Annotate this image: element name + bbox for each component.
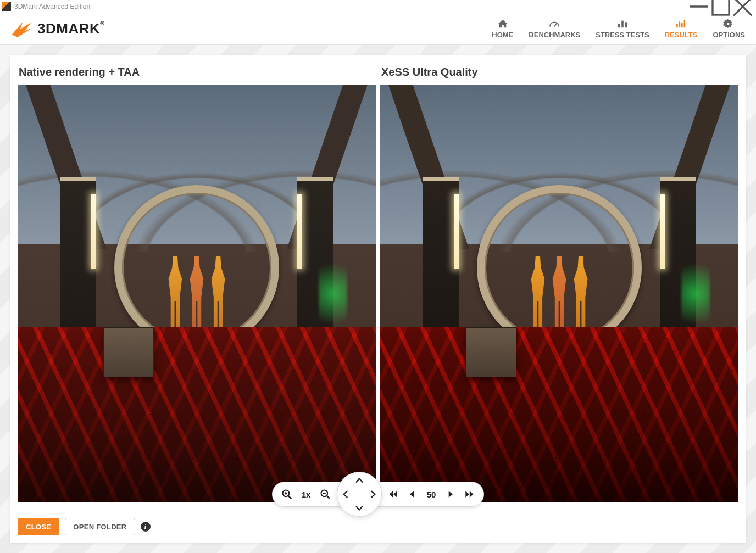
pane-left-image[interactable]	[18, 85, 376, 502]
svg-rect-6	[621, 21, 624, 28]
nav-label: BENCHMARKS	[529, 31, 580, 39]
content-area: Native rendering + TAA	[0, 45, 756, 553]
close-button[interactable]: CLOSE	[18, 518, 59, 535]
app-logo[interactable]: 3DMARK®	[11, 20, 104, 38]
nav-options[interactable]: OPTIONS	[713, 19, 745, 39]
frame-last-button[interactable]	[464, 489, 475, 500]
svg-marker-23	[465, 491, 469, 498]
app-header: 3DMARK® HOME BENCHMARKS STRESS TESTS RES…	[0, 13, 756, 45]
svg-rect-8	[676, 24, 678, 27]
open-folder-button-label: OPEN FOLDER	[73, 523, 126, 531]
nav-benchmarks[interactable]: BENCHMARKS	[529, 19, 580, 39]
frame-prev-button[interactable]	[407, 489, 418, 500]
gauge-icon	[548, 19, 560, 29]
window-titlebar: 3DMark Advanced Edition	[0, 0, 756, 13]
window-controls	[688, 0, 754, 13]
svg-marker-21	[410, 491, 414, 498]
frame-next-button[interactable]	[445, 489, 456, 500]
results-icon	[675, 19, 687, 29]
zoom-out-button[interactable]	[320, 489, 331, 500]
svg-rect-7	[625, 22, 627, 27]
rendered-scene	[18, 85, 376, 502]
svg-rect-9	[679, 21, 680, 27]
close-window-button[interactable]	[732, 0, 754, 13]
open-folder-button[interactable]: OPEN FOLDER	[65, 518, 135, 535]
home-icon	[497, 19, 509, 29]
gear-icon	[723, 19, 735, 29]
nav-results[interactable]: RESULTS	[665, 19, 698, 39]
svg-marker-24	[470, 491, 474, 498]
nav-label: STRESS TESTS	[596, 31, 649, 39]
pane-right-label: XeSS Ultra Quality	[380, 63, 738, 85]
svg-marker-19	[390, 491, 393, 498]
svg-rect-11	[683, 20, 685, 28]
maximize-button[interactable]	[710, 0, 732, 13]
frame-index-label: 50	[425, 490, 437, 499]
frame-controls: 50	[368, 482, 484, 507]
compare-pane-left: Native rendering + TAA	[18, 63, 376, 502]
rendered-scene	[380, 85, 738, 502]
svg-marker-22	[449, 491, 453, 498]
bars-icon	[616, 19, 629, 29]
info-icon[interactable]: i	[141, 522, 151, 532]
app-icon	[2, 2, 11, 11]
svg-line-13	[288, 496, 291, 499]
comparison-card: Native rendering + TAA	[10, 55, 746, 543]
compare-pane-right: XeSS Ultra Quality	[380, 63, 738, 502]
nav-label: HOME	[492, 31, 513, 39]
nav-home[interactable]: HOME	[492, 19, 513, 39]
frame-first-button[interactable]	[388, 489, 399, 500]
pan-dpad	[337, 472, 382, 517]
window-title: 3DMark Advanced Edition	[14, 3, 90, 10]
zoom-level-label: 1x	[300, 490, 312, 499]
pan-up-button[interactable]	[353, 474, 365, 487]
comparison-container: Native rendering + TAA	[18, 63, 738, 502]
nav-stress-tests[interactable]: STRESS TESTS	[596, 19, 649, 39]
pane-right-image[interactable]	[380, 85, 738, 502]
svg-rect-10	[681, 23, 683, 27]
main-nav: HOME BENCHMARKS STRESS TESTS RESULTS OPT…	[492, 19, 745, 39]
viewer-controls: 1x 50	[272, 472, 484, 517]
close-button-label: CLOSE	[26, 523, 51, 531]
nav-label: RESULTS	[665, 31, 698, 39]
pan-right-button[interactable]	[367, 488, 379, 500]
pane-left-label: Native rendering + TAA	[18, 63, 376, 85]
svg-rect-5	[618, 24, 620, 27]
svg-line-4	[554, 23, 557, 26]
svg-rect-1	[713, 0, 729, 15]
pan-left-button[interactable]	[340, 488, 352, 500]
svg-marker-20	[393, 491, 397, 498]
card-footer-buttons: CLOSE OPEN FOLDER i	[18, 518, 151, 535]
logo-text: 3DMARK®	[37, 20, 104, 37]
zoom-in-button[interactable]	[281, 489, 292, 500]
nav-label: OPTIONS	[713, 31, 745, 39]
minimize-button[interactable]	[688, 0, 710, 13]
svg-line-17	[327, 496, 330, 499]
logo-mark-icon	[11, 20, 33, 38]
pan-down-button[interactable]	[353, 502, 365, 514]
